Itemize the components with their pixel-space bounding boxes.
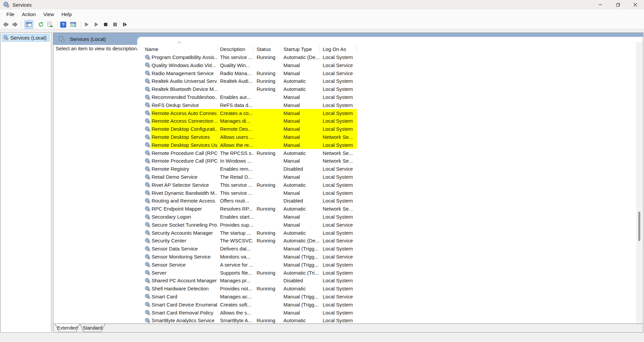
table-row[interactable]: Quality Windows Audio Vid... Quality Win… bbox=[145, 61, 357, 69]
table-row[interactable]: Realtek Audio Universal Serv... Realtek … bbox=[145, 77, 357, 85]
description-hint: Select an item to view its description. bbox=[56, 46, 138, 51]
service-gear-icon bbox=[145, 95, 152, 100]
column-header-status[interactable]: Status bbox=[254, 45, 281, 53]
service-startup-type-cell: Manual bbox=[281, 310, 320, 316]
table-row[interactable]: Remote Procedure Call (RPC) The RPCSS s.… bbox=[145, 149, 357, 157]
start-icon bbox=[84, 22, 89, 27]
table-row[interactable]: Secondary Logon Enables start... Manual … bbox=[145, 213, 357, 221]
service-name-cell: Remote Access Connection ... bbox=[152, 118, 218, 124]
help-button[interactable]: ? bbox=[59, 20, 67, 29]
service-status-cell: Running bbox=[254, 54, 281, 60]
minimize-button[interactable] bbox=[592, 0, 609, 9]
back-button[interactable] bbox=[1, 20, 10, 29]
service-logon-cell: Network Se... bbox=[320, 158, 357, 164]
sidebar-item-services-local[interactable]: Services (Local) bbox=[2, 34, 50, 42]
service-name-cell: Rivet AP Selector Service bbox=[152, 182, 218, 188]
service-description-cell: Quality Win... bbox=[218, 62, 254, 68]
service-logon-cell: Local System bbox=[320, 278, 357, 283]
service-name-cell: Shared PC Account Manager bbox=[152, 278, 218, 283]
tab-extended[interactable]: Extended bbox=[55, 324, 80, 332]
table-row[interactable]: Secure Socket Tunneling Pro... Provides … bbox=[145, 221, 357, 229]
table-row[interactable]: Retail Demo Service The Retail D... Manu… bbox=[145, 173, 357, 181]
show-action-pane-button[interactable] bbox=[69, 20, 77, 29]
table-row[interactable]: Smart Card Manages ac... Manual (Trigg..… bbox=[145, 293, 357, 301]
table-row[interactable]: Sensor Service A service for ... Manual … bbox=[145, 261, 357, 269]
resume-service-button[interactable] bbox=[92, 20, 101, 29]
service-startup-type-cell: Automatic (De... bbox=[281, 238, 320, 243]
table-row[interactable]: Remote Access Auto Connec... Creates a c… bbox=[145, 109, 357, 117]
table-row[interactable]: Shared PC Account Manager Manages pr... … bbox=[145, 277, 357, 285]
table-row[interactable]: Security Center The WSCSVC... Running Au… bbox=[145, 237, 357, 245]
service-gear-icon bbox=[145, 87, 152, 92]
service-startup-type-cell: Automatic (Tri... bbox=[281, 270, 320, 276]
service-logon-cell: Local Service bbox=[320, 70, 357, 76]
column-header-name[interactable]: Name bbox=[145, 45, 218, 53]
table-row[interactable]: Remote Registry Enables rem... Disabled … bbox=[145, 165, 357, 173]
service-description-cell: Allows the re... bbox=[218, 142, 254, 148]
service-startup-type-cell: Disabled bbox=[281, 198, 320, 204]
service-description-cell: Delivers dat... bbox=[218, 246, 254, 251]
table-row[interactable]: Smart Card Removal Policy Allows the s..… bbox=[145, 308, 357, 317]
table-row[interactable]: Remote Desktop Services Allows users ...… bbox=[145, 133, 357, 141]
service-gear-icon bbox=[145, 78, 152, 84]
menu-action[interactable]: Action bbox=[18, 10, 40, 18]
table-row[interactable]: Recommended Troubleshoo... Enables aut..… bbox=[145, 93, 357, 101]
pause-icon bbox=[112, 22, 118, 27]
service-startup-type-cell: Automatic bbox=[281, 150, 320, 156]
table-row[interactable]: Remote Access Connection ... Manages di.… bbox=[145, 117, 357, 125]
tab-extended-label: Extended bbox=[55, 324, 80, 332]
close-button[interactable] bbox=[627, 0, 644, 9]
service-name-cell: Sensor Data Service bbox=[152, 246, 218, 251]
table-row[interactable]: Server Supports file... Running Automati… bbox=[145, 269, 357, 277]
start-service-button[interactable] bbox=[82, 20, 91, 29]
vertical-scrollbar[interactable] bbox=[636, 42, 643, 324]
tab-standard[interactable]: Standard bbox=[80, 324, 105, 332]
table-row[interactable]: Radio Management Service Radio Mana... R… bbox=[145, 69, 357, 77]
pause-service-button[interactable] bbox=[111, 20, 119, 29]
table-row[interactable]: Smart Card Device Enumerat... Creates so… bbox=[145, 300, 357, 308]
service-description-cell: Provides not... bbox=[218, 286, 254, 291]
restart-service-button[interactable] bbox=[120, 20, 129, 29]
service-name-cell: Remote Procedure Call (RPC) bbox=[152, 150, 218, 156]
column-header-description[interactable]: Description bbox=[218, 45, 254, 53]
show-console-tree-button[interactable] bbox=[24, 20, 33, 29]
menu-view[interactable]: View bbox=[40, 10, 58, 18]
table-row[interactable]: Rivet Dynamic Bandwidth M... This servic… bbox=[145, 189, 357, 197]
table-row[interactable]: Security Accounts Manager The startup ..… bbox=[145, 229, 357, 237]
table-row[interactable]: ReFS Dedup Service ReFS data d... Manual… bbox=[145, 101, 357, 109]
service-gear-icon bbox=[145, 126, 152, 132]
forward-button[interactable] bbox=[11, 20, 19, 29]
table-row[interactable]: RPC Endpoint Mapper Resolves RP... Runni… bbox=[145, 205, 357, 213]
column-header-startup-type[interactable]: Startup Type bbox=[281, 45, 320, 53]
services-window: Services File Action View Help bbox=[0, 0, 644, 342]
table-row[interactable]: SmartByte Analytics Service SmartByte A.… bbox=[145, 317, 357, 325]
table-row[interactable]: Sensor Monitoring Service Monitors va...… bbox=[145, 253, 357, 261]
service-name-cell: Smart Card Device Enumerat... bbox=[152, 302, 218, 307]
restore-button[interactable] bbox=[609, 0, 627, 9]
menu-help[interactable]: Help bbox=[58, 10, 75, 18]
service-description-cell: Allows users ... bbox=[218, 134, 254, 140]
export-list-button[interactable] bbox=[46, 20, 54, 29]
service-startup-type-cell: Manual (Trigg... bbox=[281, 254, 320, 260]
stop-service-button[interactable] bbox=[101, 20, 110, 29]
service-startup-type-cell: Manual bbox=[281, 190, 320, 196]
service-description-cell: ReFS data d... bbox=[218, 102, 254, 108]
table-row[interactable]: Routing and Remote Access Offers routi..… bbox=[145, 197, 357, 205]
svg-text:?: ? bbox=[62, 22, 64, 27]
table-row[interactable]: Rivet AP Selector Service This service .… bbox=[145, 181, 357, 189]
table-row[interactable]: Remote Desktop Services Us... Allows the… bbox=[145, 141, 357, 149]
menu-file[interactable]: File bbox=[3, 10, 18, 18]
refresh-button[interactable] bbox=[37, 20, 45, 29]
service-startup-type-cell: Manual bbox=[281, 158, 320, 164]
scrollbar-thumb[interactable] bbox=[638, 212, 640, 241]
table-row[interactable]: Realtek Bluetooth Device M... Running Au… bbox=[145, 85, 357, 93]
column-header-log-on-as[interactable]: Log On As bbox=[320, 45, 357, 53]
table-row[interactable]: Remote Procedure Call (RPC)... In Window… bbox=[145, 157, 357, 165]
service-startup-type-cell: Manual bbox=[281, 102, 320, 108]
table-row[interactable]: Remote Desktop Configurati... Remote Des… bbox=[145, 125, 357, 133]
table-row[interactable]: Program Compatibility Assis... This serv… bbox=[145, 53, 357, 61]
table-row[interactable]: Shell Hardware Detection Provides not...… bbox=[145, 285, 357, 293]
service-name-cell: Rivet Dynamic Bandwidth M... bbox=[152, 190, 218, 196]
table-row[interactable]: Sensor Data Service Delivers dat... Manu… bbox=[145, 245, 357, 253]
service-logon-cell: Local System bbox=[320, 302, 357, 307]
